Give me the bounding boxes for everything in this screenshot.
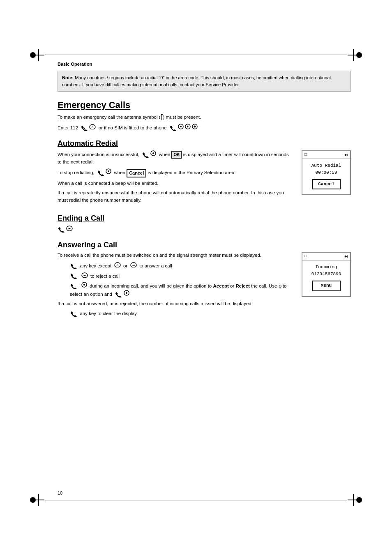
main-content: Basic Operation Note: Many countries / r… [58,62,351,493]
page: Basic Operation Note: Many countries / r… [0,0,392,555]
ending-call-heading: Ending a Call [58,214,351,223]
emergency-para1: To make an emergency call the antenna sy… [58,114,351,121]
cancel-button-display: Cancel [127,169,146,177]
svg-marker-5 [187,125,189,128]
end-call-circle-icon [66,225,73,231]
screen-top-right: ⏮ [344,152,348,157]
answering-call-text: To receive a call the phone must be swit… [58,252,293,320]
crosshair-bl [33,494,44,506]
reject-text: Reject [235,283,250,288]
emergency-calls-heading: Emergency Calls [58,100,351,111]
screen-body: Auto Redial 00:00:59 Cancel [302,159,350,195]
answer-indent-4: any key to clear the display [58,310,293,318]
screen2-line2: 01234567890 [305,271,348,278]
answer-para1: To receive a call the phone must be swit… [58,252,293,259]
svg-point-18 [83,284,85,286]
note-box: Note: Many countries / regions include a… [58,71,351,92]
end-icon-2: ↩ [130,262,137,267]
ans-phone-icon-1 [70,263,77,269]
ans-phone-icon-3 [70,283,77,289]
end-phone-icon [58,227,65,233]
page-number: 10 [58,491,62,495]
auto-redial-para1: When your connection is unsuccessful, wh… [58,150,293,166]
svg-text:◄: ◄ [83,127,85,129]
auto-redial-para3: When a call is connected a beep will be … [58,180,293,187]
circle-ok-icon-5 [124,290,129,296]
accept-text: Accept [213,283,228,288]
circle-dot-icon [192,124,198,129]
answering-call-screen: □ ⏮ Incoming 01234567890 Menu [302,252,351,297]
answer-para5: If a call is not answered, or is rejecte… [58,300,293,308]
automatic-redial-text: When your connection is unsuccessful, wh… [58,150,293,207]
screen-topbar: □ ⏮ [302,151,350,159]
clear-display-text: any key to clear the display [80,311,137,316]
phone-icon-2 [169,125,177,131]
svg-text:↩: ↩ [132,264,135,267]
section-ending-call: Ending a Call [58,214,351,233]
auto-redial-para4: If a call is repeatedly unsuccessful,the… [58,189,293,204]
answer-indent-1: any key except or ↩ to answer a call [58,262,293,270]
circle-ok-icon [178,124,184,129]
answering-call-heading: Answering a Call [58,241,351,249]
screen2-body: Incoming 01234567890 Menu [302,260,350,296]
section-answering-call: Answering a Call To receive a call the p… [58,241,351,320]
automatic-redial-content: When your connection is unsuccessful, wh… [58,150,351,207]
ans-phone-icon-5 [70,311,77,317]
screen2-line1: Incoming [305,264,348,271]
auto-redial-para2: To stop redialling, when Cancel is displ… [58,168,293,177]
answering-call-content: To receive a call the phone must be swit… [58,252,351,320]
screen2-top-left: □ [304,254,307,259]
answer-indent-3: during an incoming call, and you will be… [58,282,293,298]
phone-icon-1: ◄ [81,125,88,131]
crosshair-br [348,494,359,506]
ok-button-display: OK [171,151,182,159]
screen2-topbar: □ ⏮ [302,253,350,260]
note-text: Many countries / regions include an init… [62,75,331,87]
reject-icon-2 [81,272,88,278]
screen2-top-right: ⏮ [344,254,348,259]
screen-line1: Auto Redial [305,162,348,170]
ans-phone-icon-2 [70,273,77,279]
circle-ok-icon-3 [106,168,111,174]
bottom-rule [45,500,347,500]
section-label: Basic Operation [58,62,351,67]
answer-indent-2: to reject a call [58,272,293,280]
screen-cancel-btn: Cancel [312,179,341,190]
crosshair-tr [348,49,359,61]
ending-call-icons [58,225,351,233]
note-title: Note: [62,75,74,80]
svg-point-11 [108,170,109,172]
svg-point-9 [152,152,154,154]
svg-point-3 [180,126,182,127]
phone-icon-4 [97,170,104,176]
reject-icon-1 [114,262,121,267]
crosshair-tl [33,49,44,61]
screen-top-left: □ [304,152,307,157]
svg-point-7 [194,125,196,127]
top-rule [45,55,347,55]
nav-icon [185,124,191,129]
svg-point-20 [126,292,127,294]
phone-icon-3 [142,152,149,158]
screen2-menu-btn: Menu [312,281,341,291]
automatic-redial-heading: Automatic Redial [58,139,351,148]
circle-ok-icon-4 [81,282,87,288]
end-call-icon [89,124,96,129]
emergency-para2: Enter 112 ◄ or if no SIM is fitted to th… [58,124,351,132]
screen-line2: 00:00:59 [305,169,348,177]
auto-redial-screen: □ ⏮ Auto Redial 00:00:59 Cancel [302,150,351,196]
ans-phone-icon-4 [115,292,122,297]
circle-ok-icon-2 [150,150,156,156]
section-emergency-calls: Emergency Calls To make an emergency cal… [58,100,351,132]
section-automatic-redial: Automatic Redial When your connection is… [58,139,351,207]
